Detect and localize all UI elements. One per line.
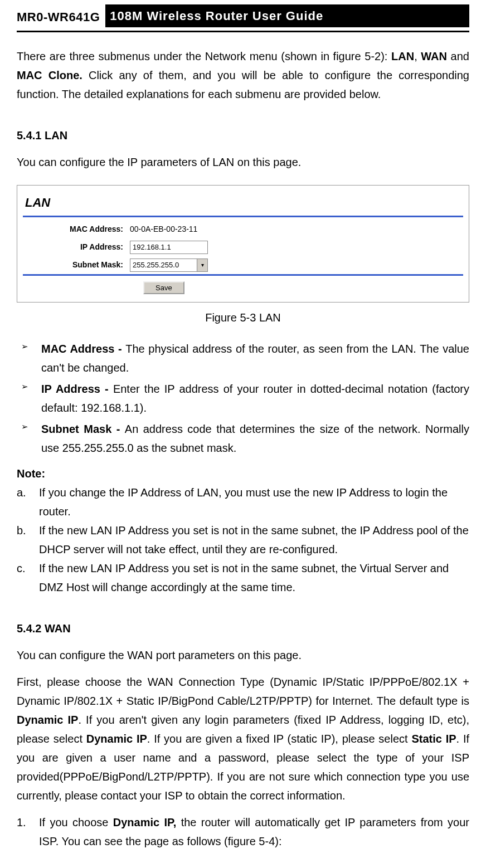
note-b-text: If the new LAN IP Address you set is not… xyxy=(39,521,469,559)
wan-b2: Dynamic IP xyxy=(86,733,147,745)
subnet-mask-select[interactable]: 255.255.255.0 ▾ xyxy=(130,259,208,272)
intro-sep2: and xyxy=(447,50,469,62)
mac-address-label: MAC Address: xyxy=(45,223,123,236)
section-5-4-2-heading: 5.4.2 WAN xyxy=(17,619,469,638)
wan-p3: . If you are given a fixed IP (static IP… xyxy=(147,733,412,745)
ip-address-label: IP Address: xyxy=(45,241,123,254)
section-5-4-1-desc: You can configure the IP parameters of L… xyxy=(17,153,469,172)
mac-address-value: 00-0A-EB-00-23-11 xyxy=(130,223,197,236)
header-divider xyxy=(17,31,469,32)
mac-address-term: MAC Address - xyxy=(41,343,125,355)
note-a-marker: a. xyxy=(17,483,33,521)
ip-address-input[interactable] xyxy=(130,241,208,254)
list-item: a. If you change the IP Address of LAN, … xyxy=(17,483,469,521)
item-1-t1b: Dynamic IP, xyxy=(113,816,177,828)
wan-numbered-list: 1. If you choose Dynamic IP, the router … xyxy=(17,813,469,851)
menu-macclone: MAC Clone. xyxy=(17,69,82,81)
notes-list: a. If you change the IP Address of LAN, … xyxy=(17,483,469,597)
lan-divider-bottom xyxy=(23,274,463,276)
subnet-mask-term: Subnet Mask - xyxy=(41,423,125,435)
list-item: b. If the new LAN IP Address you set is … xyxy=(17,521,469,559)
note-b-marker: b. xyxy=(17,521,33,559)
intro-prefix: There are three submenus under the Netwo… xyxy=(17,50,391,62)
wan-b3: Static IP xyxy=(411,733,456,745)
document-title: 108M Wireless Router User Guide xyxy=(105,4,469,27)
page-header: MR0-WR641G 108M Wireless Router User Gui… xyxy=(17,4,469,27)
model-number: MR0-WR641G xyxy=(17,7,100,27)
note-c-text: If the new LAN IP Address you set is not… xyxy=(39,559,469,597)
save-button[interactable]: Save xyxy=(143,281,184,294)
note-heading: Note: xyxy=(17,464,469,483)
note-c-marker: c. xyxy=(17,559,33,597)
lan-panel-title: LAN xyxy=(25,192,463,213)
item-1-text: If you choose Dynamic IP, the router wil… xyxy=(39,813,469,851)
chevron-down-icon: ▾ xyxy=(197,259,207,271)
list-item: Subnet Mask - An address code that deter… xyxy=(17,420,469,457)
field-description-list: MAC Address - The physical address of th… xyxy=(17,339,469,457)
menu-lan: LAN xyxy=(391,50,414,62)
section-5-4-2-desc: You can configure the WAN port parameter… xyxy=(17,646,469,665)
list-item: 1. If you choose Dynamic IP, the router … xyxy=(17,813,469,851)
intro-suffix: Click any of them, and you will be able … xyxy=(17,69,469,100)
menu-wan: WAN xyxy=(421,50,447,62)
list-item: c. If the new LAN IP Address you set is … xyxy=(17,559,469,597)
ip-address-term: IP Address - xyxy=(41,383,113,395)
list-item: IP Address - Enter the IP address of you… xyxy=(17,379,469,417)
figure-5-3-caption: Figure 5-3 LAN xyxy=(17,308,469,327)
list-item: MAC Address - The physical address of th… xyxy=(17,339,469,377)
mac-address-row: MAC Address: 00-0A-EB-00-23-11 xyxy=(45,223,463,236)
wan-p1: First, please choose the WAN Connection … xyxy=(17,676,469,707)
subnet-mask-value: 255.255.255.0 xyxy=(133,259,179,271)
item-1-marker: 1. xyxy=(17,813,33,851)
wan-connection-paragraph: First, please choose the WAN Connection … xyxy=(17,672,469,805)
subnet-mask-row: Subnet Mask: 255.255.255.0 ▾ xyxy=(45,259,463,272)
wan-b1: Dynamic IP xyxy=(17,714,78,726)
intro-sep1: , xyxy=(414,50,421,62)
section-5-4-1-heading: 5.4.1 LAN xyxy=(17,126,469,145)
ip-address-row: IP Address: xyxy=(45,241,463,254)
item-1-t1a: If you choose xyxy=(39,816,113,828)
lan-divider-top xyxy=(23,216,463,217)
lan-config-screenshot: LAN MAC Address: 00-0A-EB-00-23-11 IP Ad… xyxy=(17,185,469,302)
note-a-text: If you change the IP Address of LAN, you… xyxy=(39,483,469,521)
subnet-mask-label: Subnet Mask: xyxy=(45,259,123,272)
intro-paragraph: There are three submenus under the Netwo… xyxy=(17,47,469,104)
